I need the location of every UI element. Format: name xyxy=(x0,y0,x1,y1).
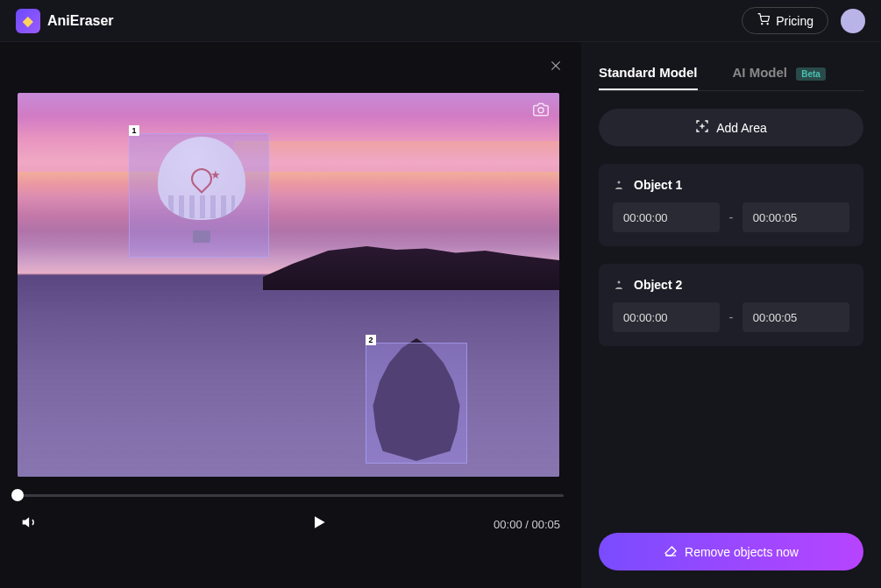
end-time-input[interactable]: ▲ ▼ xyxy=(742,202,849,232)
remove-objects-button[interactable]: Remove objects now xyxy=(599,533,863,570)
object-title: Object 2 xyxy=(634,278,682,292)
object-header: Object 2 xyxy=(613,278,849,292)
svg-marker-5 xyxy=(23,517,30,528)
svg-point-9 xyxy=(618,181,621,184)
playback-controls: 00:00 / 00:05 xyxy=(18,514,564,535)
app-header: ◆ AniEraser Pricing xyxy=(0,0,881,42)
scene-clouds xyxy=(18,172,559,198)
remove-objects-label: Remove objects now xyxy=(685,545,799,559)
person-icon xyxy=(613,180,625,190)
tab-ai-label: AI Model xyxy=(733,65,788,80)
start-time-input[interactable]: ▲ ▼ xyxy=(613,202,720,232)
header-right: Pricing xyxy=(742,7,865,34)
selection-label: 2 xyxy=(366,335,376,345)
add-area-button[interactable]: Add Area xyxy=(599,109,863,146)
start-time-input[interactable]: ▲ ▼ xyxy=(613,302,720,332)
timeline-playhead[interactable] xyxy=(11,489,24,501)
selection-box-1[interactable]: 1 xyxy=(129,133,269,258)
range-separator: - xyxy=(728,209,733,225)
eraser-icon xyxy=(664,543,678,560)
model-tabs: Standard Model AI Model Beta xyxy=(599,56,863,91)
selection-label: 1 xyxy=(129,125,139,136)
volume-button[interactable] xyxy=(21,514,39,535)
app-name: AniEraser xyxy=(47,13,114,29)
timeline-track[interactable] xyxy=(18,494,564,497)
object-time-range: ▲ ▼ - ▲ ▼ xyxy=(613,302,849,332)
editor-panel: 1 2 00:00 / 00:05 xyxy=(0,42,581,588)
sidebar-panel: Standard Model AI Model Beta Add Area Ob… xyxy=(581,42,881,588)
add-area-icon xyxy=(695,119,709,136)
svg-point-1 xyxy=(767,24,768,25)
tab-standard-model[interactable]: Standard Model xyxy=(599,56,698,90)
end-time-field[interactable] xyxy=(742,302,849,332)
scene-sea xyxy=(18,275,559,477)
timeline[interactable] xyxy=(18,489,564,501)
pricing-button[interactable]: Pricing xyxy=(742,7,828,34)
beta-badge: Beta xyxy=(796,67,826,81)
close-button[interactable] xyxy=(548,58,564,74)
svg-point-4 xyxy=(538,108,544,113)
object-card-2: Object 2 ▲ ▼ - ▲ ▼ xyxy=(599,264,863,346)
end-time-input[interactable]: ▲ ▼ xyxy=(742,302,849,332)
pricing-label: Pricing xyxy=(776,14,814,28)
time-display: 00:00 / 00:05 xyxy=(494,518,560,531)
video-preview[interactable]: 1 2 xyxy=(18,93,559,477)
range-separator: - xyxy=(728,309,733,325)
svg-marker-6 xyxy=(315,516,325,528)
cart-icon xyxy=(757,13,771,28)
svg-point-0 xyxy=(762,24,763,25)
selection-box-2[interactable]: 2 xyxy=(366,343,467,464)
play-button[interactable] xyxy=(310,514,328,535)
app-logo-icon: ◆ xyxy=(16,9,40,33)
person-icon xyxy=(613,280,625,290)
object-title: Object 1 xyxy=(634,178,682,192)
start-time-field[interactable] xyxy=(613,202,720,232)
scene-clouds xyxy=(234,141,559,162)
object-time-range: ▲ ▼ - ▲ ▼ xyxy=(613,202,849,232)
snapshot-button[interactable] xyxy=(531,102,551,117)
object-header: Object 1 xyxy=(613,178,849,192)
tab-ai-model[interactable]: AI Model Beta xyxy=(733,56,826,90)
object-card-1: Object 1 ▲ ▼ - ▲ ▼ xyxy=(599,164,863,246)
end-time-field[interactable] xyxy=(742,202,849,232)
svg-point-10 xyxy=(618,281,621,284)
logo-area: ◆ AniEraser xyxy=(16,9,114,33)
add-area-label: Add Area xyxy=(716,121,767,135)
start-time-field[interactable] xyxy=(613,302,720,332)
user-avatar[interactable] xyxy=(841,9,865,33)
main-area: 1 2 00:00 / 00:05 Standard xyxy=(0,42,881,588)
